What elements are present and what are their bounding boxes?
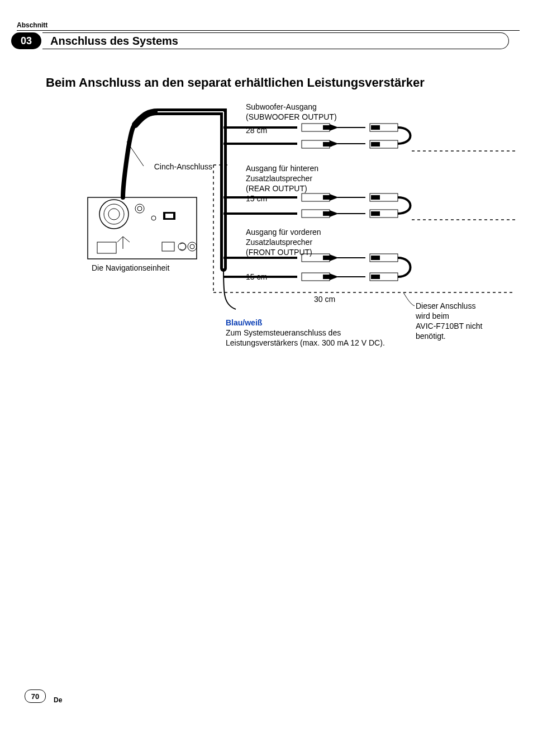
main-heading: Beim Anschluss an den separat erhältlich…	[46, 75, 425, 90]
label-sysctrl-l1: Zum Systemsteueranschluss des	[226, 328, 341, 338]
label-notneeded-l4: benötigt.	[416, 332, 446, 342]
label-rear-l1: Ausgang für hinteren	[246, 164, 318, 174]
label-nav-unit: Die Navigationseinheit	[92, 263, 169, 273]
wiring-diagram: Subwoofer-Ausgang (SUBWOOFER OUTPUT) 28 …	[46, 98, 515, 355]
section-title-pill: Anschluss des Systems	[42, 32, 509, 49]
svg-rect-5	[371, 125, 380, 130]
header-rule	[17, 30, 520, 31]
section-number-badge: 03	[11, 32, 41, 49]
label-subwoofer-title: Subwoofer-Ausgang	[246, 102, 317, 112]
svg-rect-21	[323, 256, 332, 260]
svg-rect-11	[323, 195, 332, 200]
label-15cm-a: 15 cm	[246, 194, 267, 204]
svg-rect-13	[323, 211, 332, 216]
page-number: 70	[25, 689, 46, 703]
language-code: De	[54, 696, 62, 704]
label-front-l3: (FRONT OUTPUT)	[246, 248, 312, 258]
svg-rect-17	[371, 211, 380, 216]
svg-rect-3	[323, 142, 332, 147]
label-front-l1: Ausgang für vorderen	[246, 228, 321, 238]
label-subwoofer-sub: (SUBWOOFER OUTPUT)	[246, 112, 337, 122]
label-sysctrl-l2: Leistungsverstärkers (max. 300 mA 12 V D…	[226, 338, 385, 348]
label-30cm: 30 cm	[314, 295, 335, 305]
section-label: Abschnitt	[17, 21, 47, 29]
label-blue-white: Blau/weiß	[226, 318, 262, 328]
svg-rect-37	[88, 197, 197, 259]
svg-rect-23	[323, 275, 332, 279]
svg-rect-15	[371, 195, 380, 200]
svg-rect-27	[371, 275, 380, 279]
label-rear-l3: (REAR OUTPUT)	[246, 184, 307, 194]
label-15cm-b: 15 cm	[246, 272, 267, 282]
label-28cm: 28 cm	[246, 126, 267, 136]
svg-rect-25	[371, 256, 380, 260]
svg-rect-7	[371, 142, 380, 147]
section-title: Anschluss des Systems	[50, 35, 178, 48]
label-cinch: Cinch-Anschluss	[145, 162, 212, 172]
label-notneeded-l3: AVIC-F710BT nicht	[416, 322, 482, 332]
svg-rect-45	[165, 214, 173, 218]
label-notneeded-l1: Dieser Anschluss	[416, 301, 475, 311]
label-front-l2: Zusatzlautsprecher	[246, 238, 312, 248]
label-notneeded-l2: wird beim	[416, 311, 449, 322]
svg-rect-1	[323, 125, 332, 130]
label-rear-l2: Zusatzlautsprecher	[246, 174, 312, 184]
